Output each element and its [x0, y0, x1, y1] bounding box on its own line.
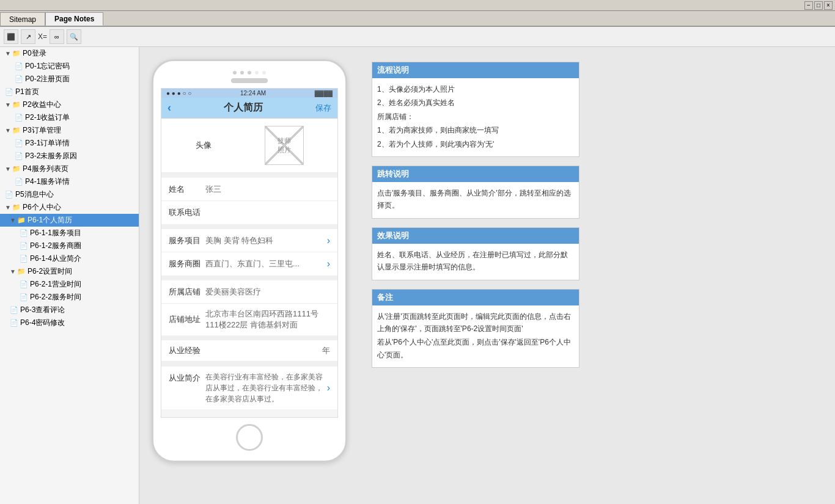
save-button[interactable]: 保存: [315, 103, 331, 114]
dot: [248, 71, 251, 75]
bio-label: 从业简介: [169, 371, 205, 384]
file-icon: 📄: [15, 178, 23, 186]
dot: [262, 71, 266, 75]
file-icon: 📄: [15, 75, 23, 83]
exp-row: 从业经验 年: [161, 340, 337, 362]
folder-icon: 📁: [17, 216, 26, 224]
toggle-icon: ▼: [5, 204, 11, 211]
time-display: 12:24 AM: [240, 90, 266, 97]
sidebar-item-label: P6-3查看评论: [20, 305, 65, 315]
sidebar-item-p2-1[interactable]: 📄 P2-1收益订单: [0, 111, 139, 124]
sidebar-item-p6-2[interactable]: ▼ 📁 P6-2设置时间: [0, 265, 139, 278]
sidebar-item-label: P0-2注册页面: [25, 74, 70, 84]
sidebar-item-p6-3[interactable]: 📄 P6-3查看评论: [0, 304, 139, 316]
nav-title: 个人简历: [224, 101, 263, 114]
service-area-row[interactable]: 服务商圈 西直门、东直门、三里屯... ›: [161, 252, 337, 276]
phone-speaker: [231, 78, 268, 83]
sidebar-item-label: P2-1收益订单: [25, 112, 70, 123]
tab-sitemap[interactable]: Sitemap: [0, 12, 45, 26]
note-remark-header: 备注: [372, 290, 579, 305]
status-bar: ● ● ● ○ ○ 12:24 AM ▓▓▓▓: [161, 89, 337, 98]
sidebar-item-p6-1-1[interactable]: 📄 P6-1-1服务项目: [0, 227, 139, 239]
sidebar-item-label: P4服务列表页: [23, 164, 68, 174]
signal-dots: ● ● ● ○ ○: [166, 90, 191, 97]
arrow-icon: ›: [327, 235, 330, 246]
sidebar-item-p6-2-1[interactable]: 📄 P6-2-1营业时间: [0, 278, 139, 291]
bio-value: 在美容行业有丰富经验，在多家美容店从事过，在美容行业有丰富经验，在多家美容店从事…: [205, 371, 327, 404]
sidebar-item-p6-2-2[interactable]: 📄 P6-2-2服务时间: [0, 291, 139, 304]
main-canvas: ● ● ● ○ ○ 12:24 AM ▓▓▓▓ ‹ 个人简历 保存: [139, 47, 835, 504]
sidebar-item-p6-4[interactable]: 📄 P6-4密码修改: [0, 316, 139, 329]
service-section: 服务项目 美胸 美背 特色妇科 › 服务商圈 西直门、东直门、三里屯... ›: [161, 229, 337, 276]
sidebar-item-p6-1-4[interactable]: 📄 P6-1-4从业简介: [0, 252, 139, 265]
folder-icon: 📁: [12, 203, 21, 211]
sidebar-item-label: P6-1-4从业简介: [30, 254, 81, 264]
home-button[interactable]: [236, 424, 263, 451]
name-value: 张三: [205, 184, 330, 195]
exp-label: 从业经验: [169, 345, 205, 356]
sidebar-item-p0-2[interactable]: 📄 P0-2注册页面: [0, 73, 139, 86]
content-area: ▼ 📁 P0登录 📄 P0-1忘记密码 📄 P0-2注册页面 📄 P1首页: [0, 47, 835, 504]
sidebar-item-label: P6-1-1服务项目: [30, 228, 81, 238]
phone-mockup: ● ● ● ○ ○ 12:24 AM ▓▓▓▓ ‹ 个人简历 保存: [152, 59, 347, 462]
note-line: 1、若为商家技师，则由商家统一填写: [377, 124, 574, 136]
link-button[interactable]: ∞: [50, 29, 64, 44]
avatar-placeholder-text: 技师照片: [278, 136, 291, 155]
file-icon: 📄: [10, 319, 18, 327]
sidebar-item-label: P6-4密码修改: [20, 318, 65, 328]
select-tool-button[interactable]: ⬛: [4, 29, 18, 44]
sidebar-item-p0[interactable]: ▼ 📁 P0登录: [0, 47, 139, 60]
arrow-icon: ›: [327, 382, 330, 393]
sidebar-item-p3-2[interactable]: 📄 P3-2未服务原因: [0, 150, 139, 163]
file-icon: 📄: [15, 114, 23, 122]
sidebar-item-p4[interactable]: ▼ 📁 P4服务列表页: [0, 163, 139, 175]
minimize-button[interactable]: −: [804, 1, 813, 10]
sidebar-item-label: P3-2未服务原因: [25, 151, 77, 161]
file-icon: 📄: [15, 139, 23, 147]
sidebar-item-p3[interactable]: ▼ 📁 P3订单管理: [0, 124, 139, 137]
tab-page-notes[interactable]: Page Notes: [45, 12, 103, 26]
sidebar-item-p0-1[interactable]: 📄 P0-1忘记密码: [0, 60, 139, 73]
sidebar-item-p5[interactable]: 📄 P5消息中心: [0, 188, 139, 201]
file-icon: 📄: [15, 152, 23, 160]
sidebar-item-p6-1[interactable]: ▼ 📁 P6-1个人简历: [0, 214, 139, 227]
note-line: 所属店铺：: [377, 111, 574, 123]
back-button[interactable]: ‹: [167, 101, 171, 114]
note-remark: 备注 从'注册'页面跳转至此页面时，编辑完此页面的信息，点击右上角的'保存'，页…: [372, 289, 579, 368]
sidebar-item-label: P3-1订单详情: [25, 138, 70, 148]
maximize-button[interactable]: □: [814, 1, 823, 10]
note-effect-body: 姓名、联系电话、从业经历，在注册时已填写过，此部分默认显示显示注册时填写的信息。: [372, 244, 579, 280]
note-effect-header: 效果说明: [372, 228, 579, 244]
note-process-header: 流程说明: [372, 62, 579, 78]
service-items-row[interactable]: 服务项目 美胸 美背 特色妇科 ›: [161, 229, 337, 252]
experience-section: 从业经验 年: [161, 340, 337, 362]
bio-row[interactable]: 从业简介 在美容行业有丰富经验，在多家美容店从事过，在美容行业有丰富经验，在多家…: [161, 367, 337, 409]
note-jump-header: 跳转说明: [372, 166, 579, 182]
shop-address-row: 店铺地址 北京市丰台区南四环西路1111号111楼222层 肯德基斜对面: [161, 304, 337, 335]
close-button[interactable]: ×: [824, 1, 833, 10]
sidebar-item-p1[interactable]: 📄 P1首页: [0, 86, 139, 98]
sidebar-item-p3-1[interactable]: 📄 P3-1订单详情: [0, 137, 139, 150]
avatar-label: 头像: [196, 140, 212, 151]
search-button[interactable]: 🔍: [67, 29, 81, 44]
sidebar-item-p4-1[interactable]: 📄 P4-1服务详情: [0, 175, 139, 188]
note-process: 流程说明 1、头像必须为本人照片 2、姓名必须为真实姓名 所属店铺： 1、若为商…: [372, 62, 579, 157]
service-items-label: 服务项目: [169, 235, 205, 246]
dot: [255, 71, 259, 75]
phone-label: 联系电话: [169, 207, 205, 218]
sidebar-item-label: P2收益中心: [23, 100, 61, 110]
notes-panel: 流程说明 1、头像必须为本人照片 2、姓名必须为真实姓名 所属店铺： 1、若为商…: [372, 59, 579, 368]
avatar-image[interactable]: 技师照片: [265, 126, 304, 165]
sidebar-item-p2[interactable]: ▼ 📁 P2收益中心: [0, 98, 139, 111]
phone-dots: [233, 71, 266, 75]
toolbar: ⬛ ↗ X= ∞ 🔍: [0, 27, 835, 47]
title-bar: − □ ×: [0, 0, 835, 11]
sidebar-item-p6-1-2[interactable]: 📄 P6-1-2服务商圈: [0, 239, 139, 252]
toggle-icon: ▼: [10, 268, 16, 275]
arrow-tool-button[interactable]: ↗: [21, 29, 35, 44]
sidebar-item-label: P3订单管理: [23, 125, 61, 136]
sidebar-item-p6[interactable]: ▼ 📁 P6个人中心: [0, 201, 139, 214]
file-icon: 📄: [5, 88, 13, 96]
sidebar-item-label: P0登录: [23, 48, 46, 59]
toggle-icon: ▼: [5, 50, 11, 57]
